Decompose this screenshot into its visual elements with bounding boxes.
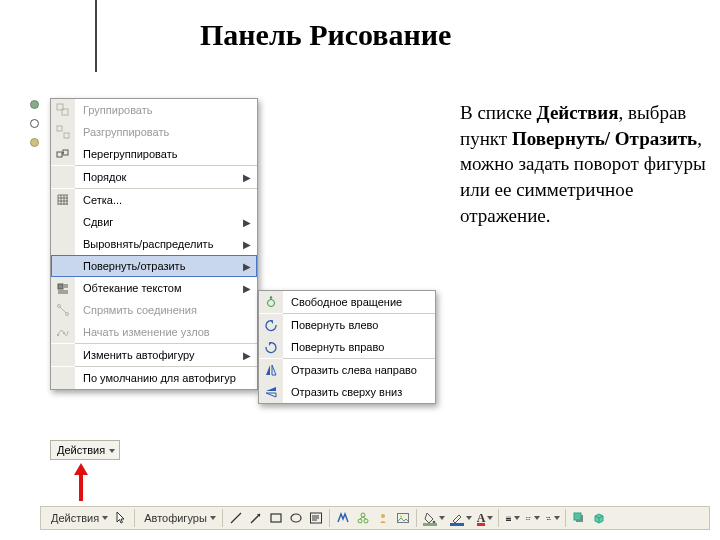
menu-item[interactable]: Изменить автофигуру▶: [51, 344, 257, 366]
menu-item: Разгруппировать: [51, 121, 257, 143]
submenu-item-label: Отразить сверху вниз: [283, 386, 431, 398]
menu-item[interactable]: Порядок▶: [51, 166, 257, 188]
menu-item-label: Группировать: [75, 104, 253, 116]
arrow-style-button[interactable]: [542, 508, 562, 528]
menu-item-label: По умолчанию для автофигур: [75, 372, 253, 384]
line-color-button[interactable]: [447, 508, 474, 528]
menu-item[interactable]: Перегруппировать: [51, 143, 257, 165]
submenu-item[interactable]: Отразить сверху вниз: [259, 381, 435, 403]
clipart-tool-icon[interactable]: [373, 508, 393, 528]
submenu-item[interactable]: Отразить слева направо: [259, 359, 435, 381]
line-tool-icon[interactable]: [226, 508, 246, 528]
wordart-tool-icon[interactable]: [333, 508, 353, 528]
arrow-tool-icon[interactable]: [246, 508, 266, 528]
svg-point-31: [381, 514, 385, 518]
actions-menu[interactable]: ГруппироватьРазгруппироватьПерегруппиров…: [50, 98, 258, 390]
svg-rect-2: [57, 126, 62, 131]
svg-rect-20: [271, 514, 281, 522]
actions-dropdown-button[interactable]: Действия: [50, 440, 120, 460]
menu-item[interactable]: Выровнять/распределить▶: [51, 233, 257, 255]
menu-item[interactable]: Повернуть/отразить▶: [51, 255, 257, 277]
svg-point-27: [358, 519, 362, 523]
menu-item-label: Выровнять/распределить: [75, 238, 241, 250]
submenu-arrow-icon: ▶: [241, 283, 253, 294]
title-rule: [95, 0, 97, 72]
submenu-item[interactable]: Свободное вращение: [259, 291, 435, 313]
svg-point-26: [361, 513, 365, 517]
submenu-arrow-icon: ▶: [241, 239, 253, 250]
menu-item-label: Начать изменение узлов: [75, 326, 253, 338]
submenu-item-label: Повернуть вправо: [283, 341, 431, 353]
font-color-button[interactable]: A: [474, 508, 496, 528]
svg-point-28: [364, 519, 368, 523]
menu-item[interactable]: Обтекание текстом▶: [51, 277, 257, 299]
diagram-tool-icon[interactable]: [353, 508, 373, 528]
toolbar-actions-button[interactable]: Действия: [45, 508, 111, 528]
blank-icon: [51, 233, 75, 255]
actions-dropdown-label: Действия: [57, 444, 105, 456]
svg-rect-4: [57, 152, 62, 157]
line-weight-button[interactable]: [502, 508, 522, 528]
svg-line-18: [231, 513, 241, 523]
menu-item: Спрямить соединения: [51, 299, 257, 321]
body-text: В списке Действия, выбрав пункт Повернут…: [460, 100, 708, 228]
svg-line-30: [363, 517, 366, 519]
menu-item[interactable]: Сетка...: [51, 189, 257, 211]
fill-color-button[interactable]: [420, 508, 447, 528]
ungroup-icon: [51, 121, 75, 143]
svg-rect-3: [64, 133, 69, 138]
submenu-item-label: Отразить слева направо: [283, 364, 431, 376]
rotate-right-icon: [259, 336, 283, 358]
insert-picture-icon[interactable]: [393, 508, 413, 528]
dash-style-button[interactable]: [522, 508, 542, 528]
svg-rect-13: [57, 334, 59, 336]
menu-item-label: Изменить автофигуру: [75, 349, 241, 361]
toolbar-autoshapes-button[interactable]: Автофигуры: [138, 508, 219, 528]
svg-line-29: [360, 517, 363, 519]
3d-style-button[interactable]: [589, 508, 609, 528]
menu-item-label: Разгруппировать: [75, 126, 253, 138]
menu-item-label: Обтекание текстом: [75, 282, 241, 294]
submenu-item[interactable]: Повернуть вправо: [259, 336, 435, 358]
rectangle-tool-icon[interactable]: [266, 508, 286, 528]
svg-point-15: [268, 300, 275, 307]
menu-item-label: Порядок: [75, 171, 241, 183]
blank-icon: [51, 166, 75, 188]
group-icon: [51, 99, 75, 121]
free-rotate-icon: [259, 291, 283, 313]
menu-item-label: Перегруппировать: [75, 148, 253, 160]
rotate-flip-submenu[interactable]: Свободное вращениеПовернуть влевоПоверну…: [258, 290, 436, 404]
svg-rect-14: [63, 332, 65, 334]
menu-item-label: Сдвиг: [75, 216, 241, 228]
svg-rect-32: [397, 514, 408, 523]
menu-item[interactable]: По умолчанию для автофигур: [51, 367, 257, 389]
submenu-item-label: Повернуть влево: [283, 319, 431, 331]
shadow-style-button[interactable]: [569, 508, 589, 528]
blank-icon: [51, 211, 75, 233]
submenu-arrow-icon: ▶: [241, 172, 253, 183]
conn-icon: [51, 299, 75, 321]
menu-item: Начать изменение узлов: [51, 321, 257, 343]
oval-tool-icon[interactable]: [286, 508, 306, 528]
slide-bullets: [30, 100, 39, 147]
svg-point-21: [291, 514, 301, 522]
submenu-item[interactable]: Повернуть влево: [259, 314, 435, 336]
svg-point-33: [400, 516, 402, 518]
page-title: Панель Рисование: [200, 18, 451, 52]
regroup-icon: [51, 143, 75, 165]
menu-item[interactable]: Сдвиг▶: [51, 211, 257, 233]
flip-v-icon: [259, 381, 283, 403]
drawing-toolbar: Действия Автофигуры A: [40, 506, 710, 530]
menu-item: Группировать: [51, 99, 257, 121]
flip-h-icon: [259, 359, 283, 381]
menu-item-label: Сетка...: [75, 194, 253, 206]
menu-item-label: Повернуть/отразить: [75, 260, 241, 272]
select-tool-icon[interactable]: [111, 508, 131, 528]
wrap-icon: [51, 277, 75, 299]
svg-rect-43: [574, 513, 581, 520]
blank-icon: [51, 367, 75, 389]
textbox-tool-icon[interactable]: [306, 508, 326, 528]
blank-icon: [51, 344, 75, 366]
nodes-icon: [51, 321, 75, 343]
menu-item-label: Спрямить соединения: [75, 304, 253, 316]
